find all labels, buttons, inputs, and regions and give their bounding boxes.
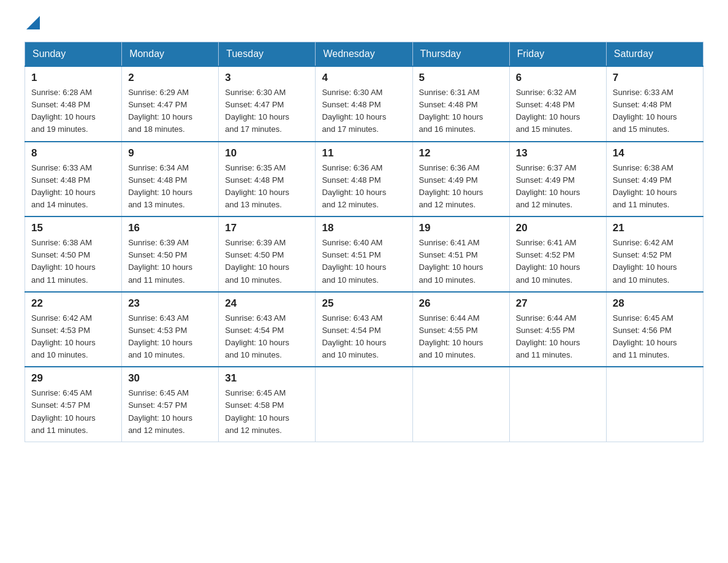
day-number: 13 [516, 147, 600, 159]
day-info: Sunrise: 6:41 AMSunset: 4:52 PMDaylight:… [516, 238, 580, 284]
calendar-cell: 4 Sunrise: 6:30 AMSunset: 4:48 PMDayligh… [316, 66, 412, 142]
day-info: Sunrise: 6:44 AMSunset: 4:55 PMDaylight:… [516, 313, 580, 359]
day-info: Sunrise: 6:42 AMSunset: 4:52 PMDaylight:… [613, 238, 677, 284]
calendar-cell: 16 Sunrise: 6:39 AMSunset: 4:50 PMDaylig… [122, 216, 219, 292]
calendar-cell: 6 Sunrise: 6:32 AMSunset: 4:48 PMDayligh… [509, 66, 606, 142]
day-info: Sunrise: 6:43 AMSunset: 4:53 PMDaylight:… [128, 313, 192, 359]
calendar-cell: 7 Sunrise: 6:33 AMSunset: 4:48 PMDayligh… [606, 66, 703, 142]
calendar-cell: 3 Sunrise: 6:30 AMSunset: 4:47 PMDayligh… [219, 66, 316, 142]
day-info: Sunrise: 6:37 AMSunset: 4:49 PMDaylight:… [516, 163, 580, 209]
day-number: 8 [31, 147, 115, 159]
calendar-cell: 29 Sunrise: 6:45 AMSunset: 4:57 PMDaylig… [25, 367, 122, 442]
day-info: Sunrise: 6:36 AMSunset: 4:48 PMDaylight:… [322, 163, 386, 209]
calendar-cell: 1 Sunrise: 6:28 AMSunset: 4:48 PMDayligh… [25, 66, 122, 142]
day-number: 22 [31, 297, 115, 310]
day-info: Sunrise: 6:29 AMSunset: 4:47 PMDaylight:… [128, 88, 192, 134]
calendar-cell: 14 Sunrise: 6:38 AMSunset: 4:49 PMDaylig… [606, 142, 703, 217]
day-number: 6 [516, 72, 600, 84]
calendar-cell: 30 Sunrise: 6:45 AMSunset: 4:57 PMDaylig… [122, 367, 219, 442]
day-number: 16 [128, 222, 212, 234]
calendar-cell: 9 Sunrise: 6:34 AMSunset: 4:48 PMDayligh… [122, 142, 219, 217]
day-number: 21 [613, 222, 697, 234]
day-number: 9 [128, 147, 212, 159]
calendar-cell [412, 367, 509, 442]
day-number: 1 [31, 72, 115, 84]
day-of-week-friday: Friday [509, 42, 606, 67]
calendar-cell: 18 Sunrise: 6:40 AMSunset: 4:51 PMDaylig… [316, 216, 412, 292]
calendar-table: SundayMondayTuesdayWednesdayThursdayFrid… [25, 42, 703, 442]
day-number: 12 [419, 147, 503, 159]
day-of-week-tuesday: Tuesday [219, 42, 316, 67]
calendar-week-4: 22 Sunrise: 6:42 AMSunset: 4:53 PMDaylig… [25, 292, 703, 367]
day-info: Sunrise: 6:43 AMSunset: 4:54 PMDaylight:… [225, 313, 289, 359]
day-number: 14 [613, 147, 697, 159]
calendar-cell: 25 Sunrise: 6:43 AMSunset: 4:54 PMDaylig… [316, 292, 412, 367]
logo [25, 18, 40, 29]
day-info: Sunrise: 6:45 AMSunset: 4:57 PMDaylight:… [128, 388, 192, 434]
day-info: Sunrise: 6:36 AMSunset: 4:49 PMDaylight:… [419, 163, 483, 209]
day-info: Sunrise: 6:45 AMSunset: 4:56 PMDaylight:… [613, 313, 677, 359]
calendar-cell: 13 Sunrise: 6:37 AMSunset: 4:49 PMDaylig… [509, 142, 606, 217]
day-of-week-sunday: Sunday [25, 42, 122, 67]
day-info: Sunrise: 6:41 AMSunset: 4:51 PMDaylight:… [419, 238, 483, 284]
day-number: 23 [128, 297, 212, 310]
day-info: Sunrise: 6:33 AMSunset: 4:48 PMDaylight:… [613, 88, 677, 134]
day-number: 30 [128, 372, 212, 385]
day-info: Sunrise: 6:45 AMSunset: 4:57 PMDaylight:… [31, 388, 96, 434]
svg-marker-0 [26, 16, 40, 29]
calendar-body: 1 Sunrise: 6:28 AMSunset: 4:48 PMDayligh… [25, 66, 703, 442]
day-number: 7 [613, 72, 697, 84]
day-number: 26 [419, 297, 503, 310]
calendar-cell: 12 Sunrise: 6:36 AMSunset: 4:49 PMDaylig… [412, 142, 509, 217]
calendar-cell: 24 Sunrise: 6:43 AMSunset: 4:54 PMDaylig… [219, 292, 316, 367]
day-info: Sunrise: 6:38 AMSunset: 4:50 PMDaylight:… [31, 238, 96, 284]
day-number: 19 [419, 222, 503, 234]
calendar-week-2: 8 Sunrise: 6:33 AMSunset: 4:48 PMDayligh… [25, 142, 703, 217]
day-of-week-wednesday: Wednesday [316, 42, 412, 67]
day-info: Sunrise: 6:33 AMSunset: 4:48 PMDaylight:… [31, 163, 96, 209]
day-info: Sunrise: 6:45 AMSunset: 4:58 PMDaylight:… [225, 388, 289, 434]
day-info: Sunrise: 6:31 AMSunset: 4:48 PMDaylight:… [419, 88, 483, 134]
days-of-week-row: SundayMondayTuesdayWednesdayThursdayFrid… [25, 42, 703, 67]
day-info: Sunrise: 6:42 AMSunset: 4:53 PMDaylight:… [31, 313, 96, 359]
day-info: Sunrise: 6:32 AMSunset: 4:48 PMDaylight:… [516, 88, 580, 134]
day-number: 3 [225, 72, 309, 84]
calendar-cell: 26 Sunrise: 6:44 AMSunset: 4:55 PMDaylig… [412, 292, 509, 367]
day-number: 31 [225, 372, 309, 385]
day-of-week-thursday: Thursday [412, 42, 509, 67]
day-of-week-monday: Monday [122, 42, 219, 67]
calendar-cell: 27 Sunrise: 6:44 AMSunset: 4:55 PMDaylig… [509, 292, 606, 367]
calendar-cell [509, 367, 606, 442]
day-number: 24 [225, 297, 309, 310]
day-info: Sunrise: 6:34 AMSunset: 4:48 PMDaylight:… [128, 163, 192, 209]
calendar-cell: 15 Sunrise: 6:38 AMSunset: 4:50 PMDaylig… [25, 216, 122, 292]
calendar-week-3: 15 Sunrise: 6:38 AMSunset: 4:50 PMDaylig… [25, 216, 703, 292]
page-header [25, 18, 703, 29]
day-number: 20 [516, 222, 600, 234]
calendar-cell: 5 Sunrise: 6:31 AMSunset: 4:48 PMDayligh… [412, 66, 509, 142]
calendar-cell: 2 Sunrise: 6:29 AMSunset: 4:47 PMDayligh… [122, 66, 219, 142]
calendar-cell: 31 Sunrise: 6:45 AMSunset: 4:58 PMDaylig… [219, 367, 316, 442]
logo-triangle-icon [26, 16, 40, 29]
day-info: Sunrise: 6:43 AMSunset: 4:54 PMDaylight:… [322, 313, 386, 359]
day-number: 11 [322, 147, 406, 159]
day-info: Sunrise: 6:40 AMSunset: 4:51 PMDaylight:… [322, 238, 386, 284]
day-number: 27 [516, 297, 600, 310]
day-number: 15 [31, 222, 115, 234]
day-info: Sunrise: 6:35 AMSunset: 4:48 PMDaylight:… [225, 163, 289, 209]
calendar-week-5: 29 Sunrise: 6:45 AMSunset: 4:57 PMDaylig… [25, 367, 703, 442]
day-number: 25 [322, 297, 406, 310]
day-info: Sunrise: 6:30 AMSunset: 4:47 PMDaylight:… [225, 88, 289, 134]
calendar-cell: 28 Sunrise: 6:45 AMSunset: 4:56 PMDaylig… [606, 292, 703, 367]
calendar-header: SundayMondayTuesdayWednesdayThursdayFrid… [25, 42, 703, 67]
day-info: Sunrise: 6:38 AMSunset: 4:49 PMDaylight:… [613, 163, 677, 209]
calendar-cell: 21 Sunrise: 6:42 AMSunset: 4:52 PMDaylig… [606, 216, 703, 292]
day-number: 4 [322, 72, 406, 84]
day-info: Sunrise: 6:39 AMSunset: 4:50 PMDaylight:… [128, 238, 192, 284]
calendar-cell: 17 Sunrise: 6:39 AMSunset: 4:50 PMDaylig… [219, 216, 316, 292]
calendar-cell: 19 Sunrise: 6:41 AMSunset: 4:51 PMDaylig… [412, 216, 509, 292]
calendar-cell: 11 Sunrise: 6:36 AMSunset: 4:48 PMDaylig… [316, 142, 412, 217]
calendar-cell: 20 Sunrise: 6:41 AMSunset: 4:52 PMDaylig… [509, 216, 606, 292]
day-info: Sunrise: 6:39 AMSunset: 4:50 PMDaylight:… [225, 238, 289, 284]
calendar-cell: 10 Sunrise: 6:35 AMSunset: 4:48 PMDaylig… [219, 142, 316, 217]
